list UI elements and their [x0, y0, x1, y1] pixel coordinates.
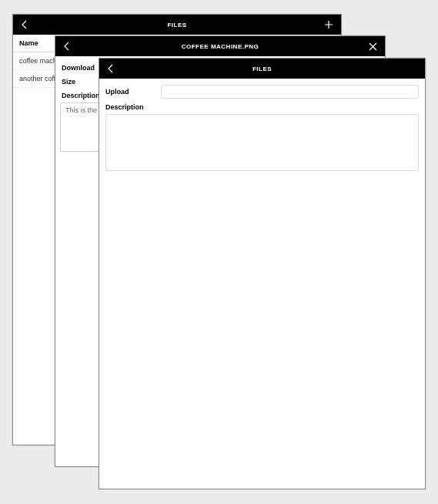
description-group: Description — [105, 103, 419, 171]
description-textarea[interactable] — [105, 114, 419, 171]
description-text: This is the fi — [65, 106, 102, 114]
titlebar: FILES — [13, 15, 341, 35]
description-label: Description — [105, 103, 419, 111]
titlebar: FILES — [99, 59, 425, 79]
upload-window: FILES Upload Description — [99, 58, 426, 489]
close-icon[interactable] — [369, 42, 377, 51]
back-icon[interactable] — [63, 42, 71, 51]
add-icon[interactable] — [324, 20, 333, 29]
window-title: FILES — [99, 66, 425, 72]
titlebar: COFFEE MACHINE.PNG — [55, 36, 385, 56]
upload-row: Upload — [105, 85, 419, 99]
upload-input[interactable] — [161, 85, 419, 99]
back-icon[interactable] — [21, 20, 28, 29]
window-body: Upload Description — [99, 79, 425, 489]
back-icon[interactable] — [107, 64, 115, 73]
upload-label: Upload — [105, 88, 161, 96]
window-title: COFFEE MACHINE.PNG — [55, 43, 385, 50]
window-title: FILES — [13, 22, 341, 29]
